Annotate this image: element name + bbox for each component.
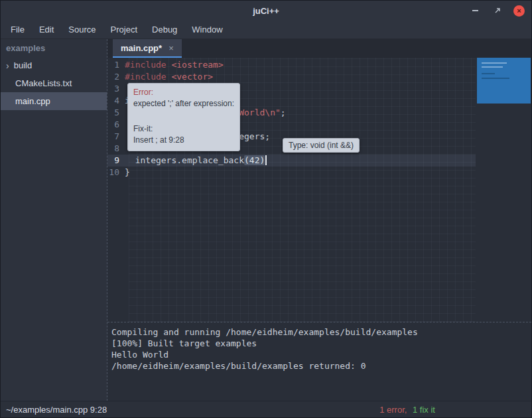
line-number: 10 bbox=[107, 167, 125, 178]
source-map-slider[interactable] bbox=[477, 58, 531, 104]
line-content: #include <iostream> bbox=[125, 59, 224, 71]
minimap-line bbox=[482, 66, 503, 68]
terminal-line: Hello World bbox=[111, 349, 531, 360]
code-token: <vector> bbox=[171, 72, 213, 82]
diagnostic-tooltip: Error: expected ';' after expression: Fi… bbox=[127, 83, 240, 151]
error-label: Error: bbox=[133, 87, 234, 98]
line-number: 7 bbox=[107, 131, 125, 143]
window-controls: × bbox=[470, 1, 525, 21]
tree-item-label: CMakeLists.txt bbox=[15, 78, 72, 88]
file-tree: ›buildCMakeLists.txtmain.cpp bbox=[1, 56, 107, 110]
tree-item-CMakeLists.txt[interactable]: CMakeLists.txt bbox=[1, 74, 107, 92]
code-token: #include bbox=[125, 72, 171, 82]
terminal-output: Compiling and running /home/eidheim/exam… bbox=[107, 322, 531, 401]
code-line-1[interactable]: 1#include <iostream> bbox=[107, 59, 476, 71]
terminal-line: Compiling and running /home/eidheim/exam… bbox=[111, 326, 531, 338]
text-cursor bbox=[265, 155, 267, 165]
tree-item-label: main.cpp bbox=[15, 96, 50, 106]
tree-item-build[interactable]: ›build bbox=[1, 56, 107, 74]
editor-column: main.cpp* × 1#include <iostream>2#includ… bbox=[107, 39, 531, 401]
chevron-right-icon: › bbox=[6, 61, 9, 70]
minimap-line bbox=[482, 62, 507, 64]
source-map bbox=[476, 58, 531, 322]
menubar: FileEditSourceProjectDebugWindow bbox=[1, 21, 531, 39]
tree-item-label: build bbox=[14, 60, 32, 70]
fixit-message: Insert ; at 9:28 bbox=[133, 135, 234, 146]
error-message: expected ';' after expression: bbox=[133, 98, 234, 109]
menu-project[interactable]: Project bbox=[103, 21, 145, 38]
tabbar: main.cpp* × bbox=[107, 39, 531, 58]
line-number: 6 bbox=[107, 119, 125, 131]
menu-window[interactable]: Window bbox=[184, 21, 230, 38]
line-number: 8 bbox=[107, 143, 125, 155]
type-tooltip: Type: void (int &&) bbox=[283, 138, 360, 153]
line-number: 1 bbox=[107, 59, 125, 71]
line-number: 9 bbox=[107, 155, 125, 167]
statusbar: ~/examples/main.cpp 9:28 1 error, 1 fix … bbox=[1, 401, 531, 417]
code-token: integers.emplace_back bbox=[125, 155, 244, 165]
terminal-line: /home/eidheim/examples/build/examples re… bbox=[111, 360, 531, 372]
line-number: 4 bbox=[107, 95, 125, 107]
restore-icon[interactable] bbox=[492, 5, 503, 17]
app-window: juCi++ × FileEditSourceProjectDebugWindo… bbox=[0, 0, 532, 418]
error-count: 1 error, bbox=[379, 405, 407, 415]
close-icon[interactable]: × bbox=[513, 5, 525, 17]
tree-item-main.cpp[interactable]: main.cpp bbox=[1, 92, 107, 110]
line-number: 5 bbox=[107, 107, 125, 119]
code-token: #include bbox=[125, 60, 171, 70]
code-line-2[interactable]: 2#include <vector> bbox=[107, 71, 476, 83]
tab-close-icon[interactable]: × bbox=[168, 43, 174, 53]
project-name: examples bbox=[1, 39, 107, 56]
terminal-line: [100%] Built target examples bbox=[111, 338, 531, 349]
menu-file[interactable]: File bbox=[3, 21, 32, 38]
line-content: } bbox=[125, 167, 130, 178]
code-token: ; bbox=[281, 107, 286, 117]
content-area: examples ›buildCMakeLists.txtmain.cpp ma… bbox=[1, 39, 531, 401]
file-tree-panel: examples ›buildCMakeLists.txtmain.cpp bbox=[1, 39, 107, 401]
code-token: <iostream> bbox=[171, 60, 223, 70]
code-token: } bbox=[125, 167, 130, 177]
code-editor[interactable]: 1#include <iostream>2#include <vector>34… bbox=[107, 58, 531, 322]
tab-label: main.cpp* bbox=[121, 43, 162, 53]
line-content: integers.emplace_back(42) bbox=[125, 155, 267, 167]
minimize-icon[interactable] bbox=[470, 5, 481, 17]
minimap-line bbox=[482, 73, 495, 74]
code-line-10[interactable]: 10} bbox=[107, 167, 476, 178]
cursor-location: ~/examples/main.cpp 9:28 bbox=[6, 405, 107, 415]
minimap-line bbox=[482, 78, 509, 79]
fixit-count: 1 fix it bbox=[413, 405, 435, 415]
code-line-9[interactable]: 9 integers.emplace_back(42) bbox=[107, 155, 476, 167]
titlebar: juCi++ × bbox=[1, 1, 531, 21]
fixit-label: Fix-it: bbox=[133, 123, 234, 135]
window-title: juCi++ bbox=[253, 6, 279, 16]
line-number: 2 bbox=[107, 71, 125, 83]
line-number: 3 bbox=[107, 83, 125, 95]
restore-arrow-icon bbox=[494, 7, 501, 15]
diagnostic-summary: 1 error, 1 fix it bbox=[379, 405, 435, 415]
line-content: #include <vector> bbox=[125, 71, 213, 83]
menu-debug[interactable]: Debug bbox=[145, 21, 184, 38]
code-token: (42) bbox=[244, 155, 265, 165]
menu-edit[interactable]: Edit bbox=[32, 21, 61, 38]
tab-main-cpp[interactable]: main.cpp* × bbox=[113, 39, 182, 58]
menu-source[interactable]: Source bbox=[61, 21, 103, 38]
